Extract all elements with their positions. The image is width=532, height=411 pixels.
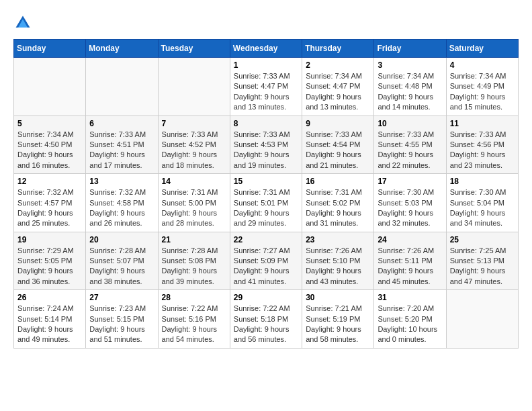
day-number: 16: [306, 177, 370, 186]
day-number: 11: [450, 119, 515, 128]
day-number: 25: [450, 235, 515, 244]
day-number: 29: [234, 293, 298, 302]
weekday-header-monday: Monday: [86, 40, 158, 58]
day-info: Sunrise: 7:24 AMSunset: 5:14 PMDaylight:…: [17, 304, 82, 345]
day-info: Sunrise: 7:26 AMSunset: 5:10 PMDaylight:…: [306, 246, 370, 287]
day-info: Sunrise: 7:26 AMSunset: 5:11 PMDaylight:…: [378, 246, 442, 287]
calendar-cell: 1Sunrise: 7:33 AMSunset: 4:47 PMDaylight…: [230, 58, 302, 116]
calendar-cell: 22Sunrise: 7:27 AMSunset: 5:09 PMDayligh…: [230, 232, 302, 290]
calendar-cell: 5Sunrise: 7:34 AMSunset: 4:50 PMDaylight…: [14, 116, 86, 174]
day-number: 12: [17, 177, 82, 186]
calendar-cell: 6Sunrise: 7:33 AMSunset: 4:51 PMDaylight…: [86, 116, 158, 174]
day-number: 18: [450, 177, 515, 186]
day-number: 13: [89, 177, 154, 186]
day-number: 30: [306, 293, 370, 302]
day-info: Sunrise: 7:33 AMSunset: 4:54 PMDaylight:…: [306, 130, 370, 171]
calendar-cell: [158, 58, 230, 116]
day-info: Sunrise: 7:28 AMSunset: 5:07 PMDaylight:…: [89, 246, 154, 287]
calendar-cell: 8Sunrise: 7:33 AMSunset: 4:53 PMDaylight…: [230, 116, 302, 174]
day-info: Sunrise: 7:22 AMSunset: 5:18 PMDaylight:…: [234, 304, 298, 345]
day-number: 22: [234, 235, 298, 244]
day-number: 8: [234, 119, 298, 128]
page-header: [13, 13, 519, 32]
day-info: Sunrise: 7:33 AMSunset: 4:55 PMDaylight:…: [378, 130, 442, 171]
weekday-header-row: SundayMondayTuesdayWednesdayThursdayFrid…: [14, 40, 519, 58]
calendar-cell: 13Sunrise: 7:32 AMSunset: 4:58 PMDayligh…: [86, 174, 158, 232]
day-info: Sunrise: 7:31 AMSunset: 5:01 PMDaylight:…: [234, 187, 298, 229]
week-row-2: 5Sunrise: 7:34 AMSunset: 4:50 PMDaylight…: [14, 116, 519, 174]
day-number: 6: [89, 119, 154, 128]
day-info: Sunrise: 7:34 AMSunset: 4:47 PMDaylight:…: [306, 71, 370, 113]
day-number: 17: [378, 177, 442, 186]
day-info: Sunrise: 7:23 AMSunset: 5:15 PMDaylight:…: [89, 304, 154, 345]
calendar-cell: 21Sunrise: 7:28 AMSunset: 5:08 PMDayligh…: [158, 232, 230, 290]
day-number: 23: [306, 235, 370, 244]
calendar-cell: 20Sunrise: 7:28 AMSunset: 5:07 PMDayligh…: [86, 232, 158, 290]
calendar-cell: 10Sunrise: 7:33 AMSunset: 4:55 PMDayligh…: [374, 116, 446, 174]
calendar-cell: [86, 58, 158, 116]
day-number: 4: [450, 60, 515, 70]
week-row-3: 12Sunrise: 7:32 AMSunset: 4:57 PMDayligh…: [14, 174, 519, 232]
day-info: Sunrise: 7:28 AMSunset: 5:08 PMDaylight:…: [162, 246, 226, 287]
day-info: Sunrise: 7:29 AMSunset: 5:05 PMDaylight:…: [17, 246, 82, 287]
calendar-cell: 23Sunrise: 7:26 AMSunset: 5:10 PMDayligh…: [302, 232, 374, 290]
calendar-cell: 31Sunrise: 7:20 AMSunset: 5:20 PMDayligh…: [374, 290, 446, 349]
logo: [13, 13, 35, 32]
calendar-cell: 19Sunrise: 7:29 AMSunset: 5:05 PMDayligh…: [14, 232, 86, 290]
day-info: Sunrise: 7:34 AMSunset: 4:48 PMDaylight:…: [378, 71, 442, 113]
day-number: 27: [89, 293, 154, 302]
calendar-cell: 25Sunrise: 7:25 AMSunset: 5:13 PMDayligh…: [446, 232, 518, 290]
calendar-cell: 24Sunrise: 7:26 AMSunset: 5:11 PMDayligh…: [374, 232, 446, 290]
day-number: 10: [378, 119, 442, 128]
day-info: Sunrise: 7:33 AMSunset: 4:52 PMDaylight:…: [162, 130, 226, 171]
weekday-header-sunday: Sunday: [14, 40, 86, 58]
day-number: 21: [162, 235, 226, 244]
calendar-cell: 7Sunrise: 7:33 AMSunset: 4:52 PMDaylight…: [158, 116, 230, 174]
day-info: Sunrise: 7:30 AMSunset: 5:03 PMDaylight:…: [378, 187, 442, 229]
calendar-cell: 12Sunrise: 7:32 AMSunset: 4:57 PMDayligh…: [14, 174, 86, 232]
calendar-cell: [446, 290, 518, 349]
day-number: 19: [17, 235, 82, 244]
logo-icon: [13, 13, 32, 32]
day-number: 2: [306, 60, 370, 70]
day-number: 9: [306, 119, 370, 128]
day-info: Sunrise: 7:33 AMSunset: 4:56 PMDaylight:…: [450, 130, 515, 171]
day-info: Sunrise: 7:33 AMSunset: 4:47 PMDaylight:…: [234, 71, 298, 113]
calendar-cell: 28Sunrise: 7:22 AMSunset: 5:16 PMDayligh…: [158, 290, 230, 349]
calendar-cell: 15Sunrise: 7:31 AMSunset: 5:01 PMDayligh…: [230, 174, 302, 232]
day-info: Sunrise: 7:34 AMSunset: 4:50 PMDaylight:…: [17, 130, 82, 171]
day-number: 24: [378, 235, 442, 244]
day-info: Sunrise: 7:32 AMSunset: 4:58 PMDaylight:…: [89, 187, 154, 229]
weekday-header-wednesday: Wednesday: [230, 40, 302, 58]
day-number: 28: [162, 293, 226, 302]
calendar-cell: [14, 58, 86, 116]
day-number: 20: [89, 235, 154, 244]
calendar-cell: 14Sunrise: 7:31 AMSunset: 5:00 PMDayligh…: [158, 174, 230, 232]
day-info: Sunrise: 7:30 AMSunset: 5:04 PMDaylight:…: [450, 187, 515, 229]
day-number: 15: [234, 177, 298, 186]
weekday-header-tuesday: Tuesday: [158, 40, 230, 58]
calendar-cell: 11Sunrise: 7:33 AMSunset: 4:56 PMDayligh…: [446, 116, 518, 174]
day-info: Sunrise: 7:31 AMSunset: 5:02 PMDaylight:…: [306, 187, 370, 229]
day-info: Sunrise: 7:31 AMSunset: 5:00 PMDaylight:…: [162, 187, 226, 229]
weekday-header-thursday: Thursday: [302, 40, 374, 58]
day-number: 1: [234, 60, 298, 70]
day-info: Sunrise: 7:25 AMSunset: 5:13 PMDaylight:…: [450, 246, 515, 287]
day-number: 7: [162, 119, 226, 128]
day-info: Sunrise: 7:22 AMSunset: 5:16 PMDaylight:…: [162, 304, 226, 345]
calendar-cell: 27Sunrise: 7:23 AMSunset: 5:15 PMDayligh…: [86, 290, 158, 349]
week-row-1: 1Sunrise: 7:33 AMSunset: 4:47 PMDaylight…: [14, 58, 519, 116]
calendar-cell: 30Sunrise: 7:21 AMSunset: 5:19 PMDayligh…: [302, 290, 374, 349]
day-number: 5: [17, 119, 82, 128]
week-row-4: 19Sunrise: 7:29 AMSunset: 5:05 PMDayligh…: [14, 232, 519, 290]
week-row-5: 26Sunrise: 7:24 AMSunset: 5:14 PMDayligh…: [14, 290, 519, 349]
calendar-cell: 29Sunrise: 7:22 AMSunset: 5:18 PMDayligh…: [230, 290, 302, 349]
weekday-header-friday: Friday: [374, 40, 446, 58]
day-info: Sunrise: 7:34 AMSunset: 4:49 PMDaylight:…: [450, 71, 515, 113]
calendar-cell: 17Sunrise: 7:30 AMSunset: 5:03 PMDayligh…: [374, 174, 446, 232]
day-info: Sunrise: 7:33 AMSunset: 4:53 PMDaylight:…: [234, 130, 298, 171]
calendar-cell: 4Sunrise: 7:34 AMSunset: 4:49 PMDaylight…: [446, 58, 518, 116]
calendar-cell: 26Sunrise: 7:24 AMSunset: 5:14 PMDayligh…: [14, 290, 86, 349]
calendar-cell: 2Sunrise: 7:34 AMSunset: 4:47 PMDaylight…: [302, 58, 374, 116]
day-number: 31: [378, 293, 442, 302]
